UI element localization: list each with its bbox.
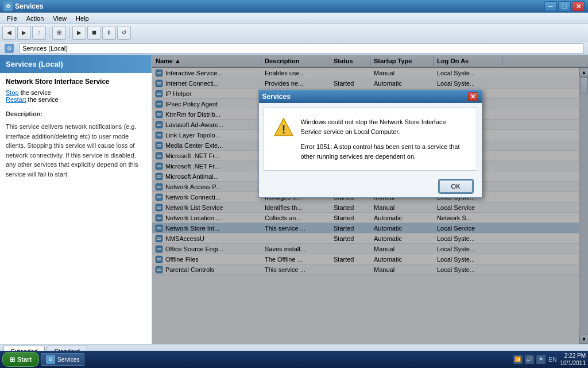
network-icon: 📶 xyxy=(513,355,523,364)
clock: 2:22 PM 10/1/2011 xyxy=(560,352,586,367)
stop-suffix: the service xyxy=(19,89,51,96)
menu-view[interactable]: View xyxy=(48,14,71,23)
restart-suffix: the service xyxy=(26,96,58,103)
address-text: Services (Local) xyxy=(22,45,68,52)
start-button[interactable]: ⊞ Start xyxy=(2,352,39,367)
window-title: Services xyxy=(15,2,43,10)
dialog-overlay: Services ✕ ! Windows xyxy=(152,55,588,344)
date: 10/1/2011 xyxy=(560,359,586,367)
taskbar-services-icon: ⚙ xyxy=(46,355,55,364)
toolbar-show-hide[interactable]: ⊞ xyxy=(52,26,66,40)
menu-file[interactable]: File xyxy=(2,14,22,23)
error-dialog: Services ✕ ! Windows xyxy=(258,90,482,198)
title-bar: ⚙ Services ─ □ ✕ xyxy=(0,0,588,13)
sidebar-description: This service delivers network notificati… xyxy=(0,121,152,183)
dialog-message: Windows could not stop the Network Store… xyxy=(301,117,467,136)
toolbar-forward[interactable]: ▶ xyxy=(17,26,31,40)
close-button[interactable]: ✕ xyxy=(572,1,585,12)
sidebar-service-name: Network Store Interface Service xyxy=(0,73,152,88)
address-icon: ⚙ xyxy=(5,44,14,53)
window-controls: ─ □ ✕ xyxy=(544,1,585,12)
sidebar-desc-heading: Description: xyxy=(0,108,152,121)
language-indicator: EN xyxy=(549,356,557,363)
dialog-body: ! Windows could not stop the Network Sto… xyxy=(264,108,477,171)
window-icon: ⚙ xyxy=(3,2,13,11)
toolbar: ◀ ▶ ↑ ⊞ ▶ ⏹ ⏸ ↺ xyxy=(0,24,588,41)
address-bar: ⚙ Services (Local) xyxy=(0,41,588,55)
svg-text:!: ! xyxy=(281,123,285,136)
toolbar-stop[interactable]: ⏹ xyxy=(87,26,101,40)
menu-bar: File Action View Help xyxy=(0,13,588,24)
menu-action[interactable]: Action xyxy=(22,14,49,23)
dialog-error: Error 1051: A stop control has been sent… xyxy=(301,142,467,161)
maximize-button[interactable]: □ xyxy=(558,1,571,12)
taskbar-right: 📶 🔊 ⚑ EN 2:22 PM 10/1/2011 xyxy=(513,352,586,367)
action-center-icon: ⚑ xyxy=(536,355,546,364)
sidebar-links: Stop the service Restart the service xyxy=(0,88,152,108)
minimize-button[interactable]: ─ xyxy=(544,1,557,12)
main-content: Services (Local) Network Store Interface… xyxy=(0,55,588,344)
taskbar: ⊞ Start ⚙ Services 📶 🔊 ⚑ EN 2:22 PM 10/1… xyxy=(0,351,588,368)
stop-link[interactable]: Stop xyxy=(6,89,19,96)
windows-logo: ⊞ xyxy=(10,356,15,363)
services-panel: Name ▲ Description Status Startup Type L… xyxy=(152,55,588,344)
restart-link[interactable]: Restart xyxy=(6,96,26,103)
toolbar-pause[interactable]: ⏸ xyxy=(102,26,116,40)
sidebar: Services (Local) Network Store Interface… xyxy=(0,55,152,344)
sidebar-title: Services (Local) xyxy=(0,55,152,73)
sys-icons: 📶 🔊 ⚑ xyxy=(513,355,546,364)
dialog-title-bar: Services ✕ xyxy=(259,90,482,103)
toolbar-sep2 xyxy=(69,26,69,39)
address-field[interactable]: Services (Local) xyxy=(20,43,583,53)
time: 2:22 PM xyxy=(560,352,586,359)
dialog-close-button[interactable]: ✕ xyxy=(468,92,478,101)
dialog-footer: OK xyxy=(259,175,482,197)
volume-icon: 🔊 xyxy=(525,355,534,364)
warning-icon: ! xyxy=(273,117,294,138)
toolbar-restart[interactable]: ↺ xyxy=(117,26,131,40)
toolbar-play[interactable]: ▶ xyxy=(72,26,86,40)
toolbar-sep1 xyxy=(49,26,49,39)
ok-button[interactable]: OK xyxy=(439,180,473,193)
taskbar-services-label: Services xyxy=(57,356,79,363)
menu-help[interactable]: Help xyxy=(71,14,94,23)
start-label: Start xyxy=(17,356,32,363)
dialog-content: ! Windows could not stop the Network Sto… xyxy=(273,117,467,161)
toolbar-back[interactable]: ◀ xyxy=(2,26,16,40)
toolbar-up[interactable]: ↑ xyxy=(32,26,46,40)
taskbar-services[interactable]: ⚙ Services xyxy=(41,353,84,366)
dialog-title: Services xyxy=(262,93,291,101)
